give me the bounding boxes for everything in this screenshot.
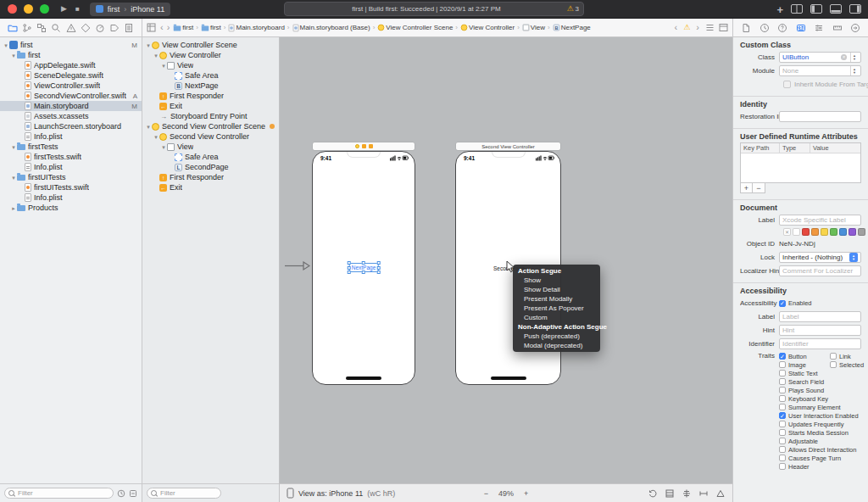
accessibility-label-field[interactable] bbox=[779, 311, 861, 322]
menu-item-custom[interactable]: Custom bbox=[513, 313, 600, 322]
disclosure-triangle[interactable] bbox=[153, 53, 159, 59]
checkbox[interactable] bbox=[779, 387, 786, 393]
debug-navigator-tab[interactable] bbox=[95, 23, 105, 33]
selected-button[interactable]: NextPage bbox=[350, 264, 378, 271]
trait-plays-sound[interactable]: Plays Sound bbox=[779, 387, 830, 394]
attributes-inspector-tab[interactable] bbox=[814, 23, 824, 33]
tree-item-assets-xcassets[interactable]: Assets.xcassets bbox=[0, 111, 142, 121]
tree-item-first[interactable]: firstM bbox=[0, 40, 142, 50]
document-items-icon[interactable] bbox=[705, 23, 715, 32]
checkbox[interactable] bbox=[779, 421, 786, 427]
breakpoint-navigator-tab[interactable] bbox=[109, 23, 120, 33]
trait-keyboard-key[interactable]: Keyboard Key bbox=[779, 395, 830, 403]
trait-adjustable[interactable]: Adjustable bbox=[779, 438, 830, 445]
scene-dock[interactable] bbox=[313, 142, 415, 150]
tree-item-viewcontroller-swift[interactable]: ViewController.swift bbox=[0, 81, 142, 91]
tree-item-safe-area[interactable]: Safe Area bbox=[142, 70, 279, 81]
run-button[interactable] bbox=[61, 5, 67, 13]
restoration-id-field[interactable] bbox=[779, 111, 861, 122]
module-combo[interactable]: None bbox=[779, 65, 861, 76]
tree-item-view[interactable]: View bbox=[142, 142, 279, 152]
label-color-swatch[interactable] bbox=[783, 228, 791, 236]
breadcrumb-item-main-storyboard-base[interactable]: Main.storyboard (Base) bbox=[292, 24, 370, 32]
checkbox[interactable] bbox=[830, 353, 837, 360]
stop-button[interactable] bbox=[75, 5, 80, 13]
menu-item-present-as-popover[interactable]: Present As Popover bbox=[513, 304, 600, 313]
zoom-in-button[interactable]: + bbox=[524, 489, 528, 498]
add-attribute-button[interactable]: + bbox=[740, 183, 753, 193]
tree-item-second-view-controller-scene[interactable]: Second View Controller Scene bbox=[142, 121, 279, 131]
disclosure-triangle[interactable] bbox=[10, 144, 17, 150]
toggle-navigator-button[interactable] bbox=[810, 4, 822, 14]
warning-badge[interactable]: 3 bbox=[566, 5, 579, 13]
find-navigator-tab[interactable] bbox=[51, 23, 61, 33]
breadcrumb-item-main-storyboard[interactable]: Main.storyboard bbox=[228, 24, 284, 32]
tree-item-view-controller[interactable]: View Controller bbox=[142, 50, 279, 60]
file-inspector-tab[interactable] bbox=[741, 23, 751, 33]
editor-options-button[interactable] bbox=[791, 4, 803, 14]
trait-static-text[interactable]: Static Text bbox=[779, 370, 830, 377]
update-frames-button[interactable] bbox=[648, 488, 658, 499]
view-as-button[interactable]: View as: iPhone 11 bbox=[298, 489, 363, 498]
disclosure-triangle[interactable] bbox=[10, 53, 17, 59]
resize-handle[interactable] bbox=[376, 266, 380, 270]
recent-files-filter-icon[interactable] bbox=[117, 489, 125, 498]
quick-help-inspector-tab[interactable] bbox=[777, 23, 787, 33]
disclosure-triangle[interactable] bbox=[160, 63, 167, 69]
tree-item-secondpage[interactable]: SecondPage bbox=[142, 162, 279, 172]
checkbox[interactable] bbox=[779, 455, 786, 461]
resize-handle[interactable] bbox=[376, 271, 380, 274]
report-navigator-tab[interactable] bbox=[124, 23, 134, 33]
tree-item-firsttests[interactable]: firstTests bbox=[0, 142, 142, 152]
checkbox[interactable] bbox=[779, 412, 786, 419]
identity-inspector-tab[interactable] bbox=[796, 23, 806, 33]
tree-item-launchscreen-storyboard[interactable]: LaunchScreen.storyboard bbox=[0, 121, 142, 131]
embed-in-stack-button[interactable] bbox=[665, 488, 675, 499]
resize-handle[interactable] bbox=[348, 261, 351, 265]
close-window-button[interactable] bbox=[8, 4, 17, 14]
zoom-level[interactable]: 49% bbox=[498, 489, 514, 498]
menu-item-modal-deprecated[interactable]: Modal (deprecated) bbox=[513, 341, 600, 350]
stepper-icon[interactable] bbox=[850, 53, 858, 62]
tree-item-exit[interactable]: Exit bbox=[142, 182, 279, 192]
tree-item-main-storyboard[interactable]: Main.storyboardM bbox=[0, 101, 142, 111]
view-controller-canvas[interactable]: 9:41 NextPage bbox=[312, 151, 415, 385]
fullscreen-window-button[interactable] bbox=[40, 4, 49, 14]
checkbox[interactable] bbox=[779, 446, 786, 453]
tree-item-info-plist[interactable]: Info.plist bbox=[0, 192, 142, 203]
previous-issue-button[interactable] bbox=[673, 23, 680, 32]
menu-item-show-detail[interactable]: Show Detail bbox=[513, 285, 600, 294]
breadcrumb-item-first[interactable]: first bbox=[173, 24, 193, 31]
breadcrumb-item-view-controller[interactable]: View Controller bbox=[460, 24, 515, 31]
zoom-out-button[interactable]: − bbox=[484, 489, 488, 498]
tree-item-nextpage[interactable]: NextPage bbox=[142, 81, 279, 91]
accessibility-enabled-checkbox[interactable]: Enabled bbox=[779, 299, 812, 307]
exit-icon[interactable] bbox=[369, 144, 373, 148]
lock-popup[interactable]: Inherited - (Nothing) bbox=[779, 252, 861, 263]
history-inspector-tab[interactable] bbox=[760, 23, 770, 33]
tree-item-exit[interactable]: Exit bbox=[142, 101, 279, 111]
breadcrumb-item-first[interactable]: first bbox=[201, 24, 221, 31]
label-color-swatch[interactable] bbox=[858, 228, 865, 236]
checkbox[interactable] bbox=[779, 300, 786, 307]
outline-filter-field[interactable] bbox=[147, 488, 221, 499]
tree-item-secondviewcontroller-swift[interactable]: SecondViewController.swiftA bbox=[0, 91, 142, 101]
trait-selected[interactable]: Selected bbox=[830, 361, 864, 369]
resize-handle[interactable] bbox=[348, 271, 351, 274]
tree-item-firsttests-swift[interactable]: firstTests.swift bbox=[0, 152, 142, 162]
clear-icon[interactable] bbox=[841, 54, 847, 60]
tree-item-firstuitests-swift[interactable]: firstUITests.swift bbox=[0, 182, 142, 192]
view-controller-icon[interactable] bbox=[355, 144, 359, 148]
scheme-selector[interactable]: first › iPhone 11 bbox=[90, 3, 170, 16]
tree-item-first-responder[interactable]: First Responder bbox=[142, 172, 279, 182]
resize-handle[interactable] bbox=[348, 266, 351, 270]
storyboard-canvas[interactable]: 9:41 NextPage bbox=[280, 37, 732, 502]
label-color-swatch[interactable] bbox=[821, 228, 828, 236]
table-body[interactable] bbox=[741, 153, 860, 182]
tree-item-first-responder[interactable]: First Responder bbox=[142, 91, 279, 101]
resize-handle[interactable] bbox=[362, 261, 365, 265]
trait-user-interaction-enabled[interactable]: User Interaction Enabled bbox=[779, 412, 830, 420]
tree-item-storyboard-entry-point[interactable]: Storyboard Entry Point bbox=[142, 111, 279, 121]
minimize-window-button[interactable] bbox=[24, 4, 33, 14]
checkbox[interactable] bbox=[779, 353, 786, 360]
